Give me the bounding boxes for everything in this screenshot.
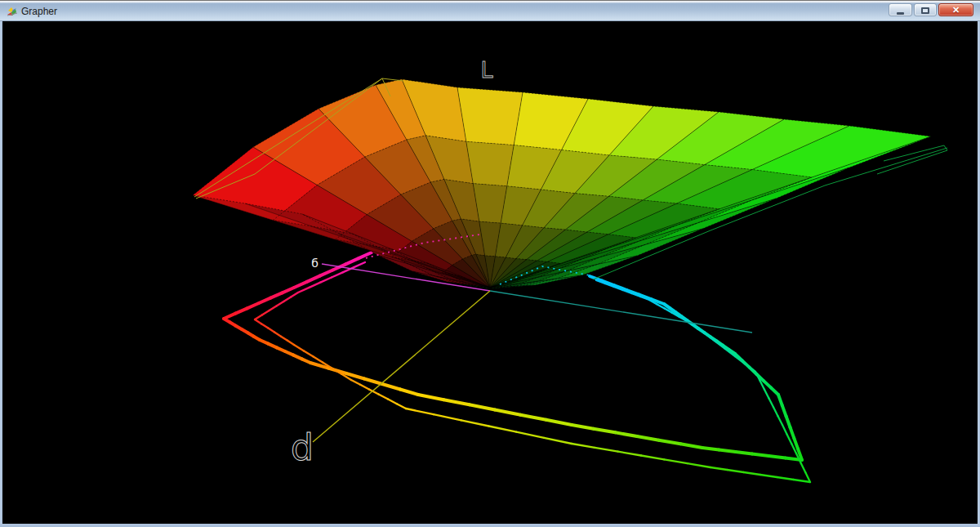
L-axis-label: L <box>480 57 492 83</box>
window-frame-left <box>0 21 2 527</box>
window-controls: ✕ <box>889 3 973 16</box>
maximize-button[interactable] <box>914 3 937 16</box>
plot-canvas[interactable]: Lбd <box>0 0 980 527</box>
window-title: Grapher <box>21 6 57 17</box>
titlebar[interactable]: Grapher <box>0 0 980 21</box>
maximize-icon <box>921 7 929 14</box>
axis-lines <box>313 264 752 442</box>
grapher-app-icon <box>6 5 19 18</box>
color-surface <box>193 79 931 288</box>
close-icon: ✕ <box>939 4 973 16</box>
minimize-button[interactable] <box>889 3 912 16</box>
b-axis-far <box>490 291 752 333</box>
inner-gamut-loop <box>255 262 810 482</box>
b-axis-label: б <box>311 257 318 270</box>
a-axis <box>313 291 490 442</box>
a-axis-label: d <box>291 427 314 468</box>
window-frame-bottom <box>0 524 980 527</box>
minimize-icon <box>897 12 904 15</box>
grapher-window: Lбd Grapher ✕ <box>0 0 980 527</box>
close-button[interactable]: ✕ <box>938 3 973 16</box>
